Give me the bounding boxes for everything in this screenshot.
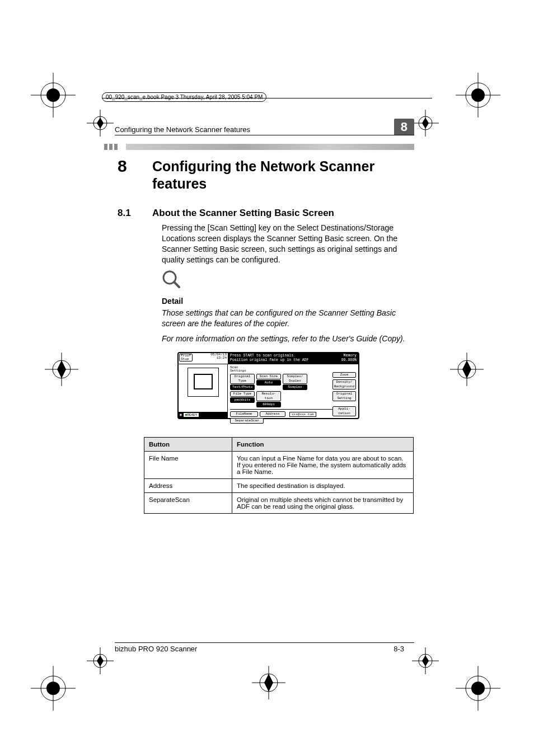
original-setting-button[interactable]: Original Setting (332, 391, 356, 401)
svg-point-31 (93, 116, 107, 130)
address-value: xxx@xxx.com (289, 412, 316, 417)
svg-point-19 (471, 682, 485, 695)
book-header: 00_920_scan_e.book Page 3 Thursday, Apri… (102, 92, 266, 102)
svg-point-5 (471, 88, 485, 102)
filename-button[interactable]: FileName (230, 411, 258, 417)
footer-page-number: 8-3 (394, 645, 404, 653)
crop-mark-bl (31, 666, 76, 711)
simplex-value: Simplex (283, 384, 307, 390)
resolution-value: 600dpi (256, 402, 281, 407)
crop-mark-tr (456, 73, 500, 118)
proof-stop-button[interactable]: Proof Stop (179, 354, 193, 361)
running-head: Configuring the Network Scanner features… (115, 120, 414, 134)
section-number: 8.1 (118, 208, 152, 219)
ready-indicator: ■READY (183, 412, 200, 417)
detail-paragraph-1: Those settings that can be configured on… (162, 308, 406, 329)
decor-strip (104, 144, 414, 150)
svg-point-25 (93, 654, 107, 668)
file-type-value: packbits (230, 397, 255, 403)
copier-icon (188, 368, 219, 397)
chapter-number: 8 (118, 158, 152, 175)
table-cell-button: Address (144, 479, 232, 493)
crop-mark-r (450, 353, 484, 386)
table-head-button: Button (144, 438, 232, 452)
svg-point-11 (458, 360, 476, 378)
panel-left-column: ▣ ■READY (179, 364, 228, 418)
section-heading: 8.1 About the Scanner Setting Basic Scre… (118, 208, 412, 219)
application-button[interactable]: Appli- cation (332, 406, 356, 416)
scan-size-button[interactable]: Scan Size (256, 374, 281, 379)
svg-point-14 (41, 676, 65, 701)
crop-mark-br2 (412, 647, 439, 674)
scanner-panel: Proof Stop 05/04/13 13:24 Press START to… (177, 352, 359, 419)
body-paragraph: Pressing the [Scan Setting] key on the S… (162, 223, 406, 265)
crop-mark-l (45, 353, 78, 386)
chapter-heading: 8 Configuring the Network Scanner featur… (118, 158, 412, 193)
crop-mark-tr2 (412, 110, 439, 137)
panel-right-area: Scan Settings Original Type Text/Photo S… (228, 364, 358, 418)
crop-mark-bc (252, 666, 285, 699)
crop-mark-bl2 (87, 647, 114, 674)
detail-heading: Detail (162, 297, 183, 306)
table-row: File Name You can input a Fine Name for … (144, 452, 414, 479)
header-rule (115, 135, 414, 135)
table-cell-button: SeparateScan (144, 493, 232, 514)
table-cell-function: The specified destination is displayed. (232, 479, 414, 493)
control-indicator-row: ▣ ■READY (179, 412, 227, 418)
page-footer: bizhub PRO 920 Scanner 8-3 (115, 645, 404, 653)
table-cell-button: File Name (144, 452, 232, 479)
separate-scan-button[interactable]: SeparateScan (230, 418, 264, 424)
chapter-title: Configuring the Network Scanner features (152, 158, 412, 193)
panel-time: 13:24 (210, 356, 228, 360)
chapter-badge-container: 8 (394, 120, 414, 134)
svg-point-15 (46, 682, 60, 695)
text-photo-value: Text/Photo (230, 384, 255, 390)
footer-rule (115, 642, 414, 643)
zoom-button[interactable]: Zoom (332, 372, 356, 378)
density-button[interactable]: Density/ Background (332, 379, 356, 389)
button-function-table: Button Function File Name You can input … (144, 437, 414, 514)
memory-label: Memory (341, 354, 357, 358)
table-row: Address The specified destination is dis… (144, 479, 414, 493)
crop-mark-tl2 (87, 110, 114, 137)
svg-point-18 (466, 676, 490, 701)
panel-header-left: Proof Stop 05/04/13 13:24 (179, 353, 228, 364)
svg-point-28 (419, 654, 432, 668)
crop-mark-br (456, 666, 500, 711)
table-cell-function: Original on multiple sheets which cannot… (232, 493, 414, 514)
detail-paragraph-2: For more information on the settings, re… (162, 334, 406, 344)
table-head-function: Function (232, 438, 414, 452)
svg-point-22 (260, 674, 278, 692)
file-type-button[interactable]: File Type (230, 391, 255, 397)
svg-line-38 (174, 282, 179, 287)
resolution-button[interactable]: Resolu- tion (256, 391, 281, 401)
page: 00_920_scan_e.book Page 3 Thursday, Apri… (0, 0, 534, 756)
svg-point-4 (466, 83, 490, 107)
simplex-duplex-button[interactable]: Simplex/ Duplex (283, 374, 307, 384)
original-type-button[interactable]: Original Type (230, 374, 255, 384)
svg-point-8 (53, 360, 71, 378)
scan-size-value: Auto (256, 380, 281, 386)
book-header-rule (102, 98, 432, 98)
magnifier-icon (162, 270, 181, 291)
memory-value: 99.988% (341, 358, 357, 363)
svg-point-1 (46, 88, 60, 102)
panel-message: Press START to scan originals Position o… (228, 353, 358, 364)
table-row: SeparateScan Original on multiple sheets… (144, 493, 414, 514)
panel-message-line1: Press START to scan originals (230, 354, 308, 358)
panel-message-line2: Position original face up in the ADF (230, 358, 308, 363)
chapter-badge: 8 (394, 119, 414, 135)
address-label: Address (260, 411, 285, 417)
table-cell-function: You can input a Fine Name for data you a… (232, 452, 414, 479)
running-head-title: Configuring the Network Scanner features (115, 125, 250, 134)
svg-point-34 (419, 116, 432, 130)
control-indicator-icon: ▣ (180, 412, 182, 417)
svg-point-0 (41, 83, 65, 107)
footer-product: bizhub PRO 920 Scanner (115, 645, 197, 653)
crop-mark-tl (31, 73, 76, 118)
section-title: About the Scanner Setting Basic Screen (152, 208, 334, 219)
